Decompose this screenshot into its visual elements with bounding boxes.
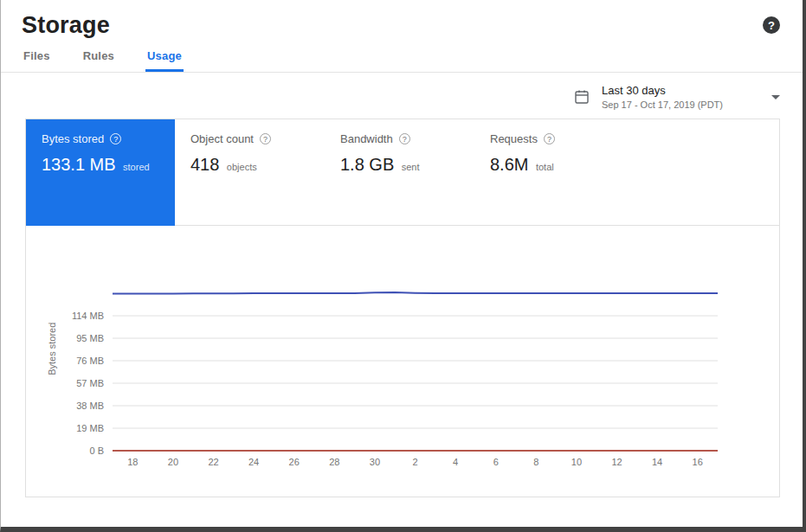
metric-unit: objects <box>227 162 257 172</box>
metric-card-object-count[interactable]: Object count ? 418 objects <box>175 119 325 225</box>
metric-value-row: 418 objects <box>190 155 309 175</box>
svg-text:16: 16 <box>693 457 703 467</box>
date-range-value: Last 30 days <box>602 84 723 97</box>
tab-rules[interactable]: Rules <box>81 49 116 72</box>
svg-text:76 MB: 76 MB <box>76 356 104 366</box>
help-icon[interactable]: ? <box>763 16 780 34</box>
svg-text:0 B: 0 B <box>89 445 104 456</box>
chevron-down-icon <box>771 95 780 99</box>
tab-bar: Files Rules Usage <box>1 49 803 73</box>
svg-text:24: 24 <box>248 457 259 467</box>
svg-text:12: 12 <box>611 457 622 467</box>
metric-card-bandwidth[interactable]: Bandwidth ? 1.8 GB sent <box>325 119 474 225</box>
svg-text:14: 14 <box>652 457 662 467</box>
metric-unit: sent <box>402 162 420 172</box>
metric-unit: total <box>536 162 554 172</box>
date-range-detail: Sep 17 - Oct 17, 2019 (PDT) <box>602 99 723 110</box>
svg-text:26: 26 <box>289 457 300 467</box>
help-circle-icon: ? <box>110 133 121 144</box>
tab-files[interactable]: Files <box>22 49 52 72</box>
metric-label-row: Bandwidth ? <box>340 132 459 145</box>
svg-text:95 MB: 95 MB <box>76 333 104 343</box>
usage-panel: Bytes stored ? 133.1 MB stored Object co… <box>25 119 780 497</box>
metric-value: 8.6M <box>490 155 528 174</box>
svg-text:20: 20 <box>168 457 178 467</box>
svg-text:38 MB: 38 MB <box>76 401 104 411</box>
usage-chart: 114 MB95 MB76 MB57 MB38 MB19 MB0 B182022… <box>26 233 783 477</box>
svg-text:6: 6 <box>493 457 499 467</box>
metric-card-requests[interactable]: Requests ? 8.6M total <box>474 119 624 225</box>
storage-page: Storage ? Files Rules Usage Last 30 days… <box>0 0 806 532</box>
metric-label: Bytes stored <box>42 132 104 145</box>
svg-text:28: 28 <box>329 457 339 467</box>
metric-label: Requests <box>490 132 538 145</box>
page-title: Storage <box>22 12 110 39</box>
calendar-icon <box>574 89 590 105</box>
svg-text:57 MB: 57 MB <box>76 378 104 388</box>
help-circle-icon: ? <box>544 133 555 144</box>
metric-value-row: 8.6M total <box>490 155 609 175</box>
svg-text:4: 4 <box>453 457 458 467</box>
svg-text:8: 8 <box>533 457 538 467</box>
metric-label-row: Object count ? <box>190 132 309 145</box>
metric-value: 418 <box>190 155 219 174</box>
svg-text:18: 18 <box>127 457 138 467</box>
metric-card-bytes-stored[interactable]: Bytes stored ? 133.1 MB stored <box>26 119 175 225</box>
svg-text:10: 10 <box>571 457 582 467</box>
tab-usage[interactable]: Usage <box>145 49 184 72</box>
svg-text:22: 22 <box>208 457 218 467</box>
metric-cards: Bytes stored ? 133.1 MB stored Object co… <box>26 119 779 226</box>
metric-value: 1.8 GB <box>340 155 394 174</box>
metric-value-row: 1.8 GB sent <box>340 155 459 175</box>
date-range-picker[interactable]: Last 30 days Sep 17 - Oct 17, 2019 (PDT) <box>574 84 780 110</box>
svg-text:19 MB: 19 MB <box>76 423 104 433</box>
help-circle-icon: ? <box>260 133 271 144</box>
svg-text:2: 2 <box>412 457 417 467</box>
metric-value: 133.1 MB <box>42 155 116 174</box>
metric-label: Object count <box>190 132 254 145</box>
metric-label-row: Requests ? <box>490 132 609 145</box>
date-range-text: Last 30 days Sep 17 - Oct 17, 2019 (PDT) <box>602 84 723 110</box>
metric-value-row: 133.1 MB stored <box>42 155 159 175</box>
page-header: Storage ? <box>1 0 803 39</box>
svg-text:114 MB: 114 MB <box>72 311 104 321</box>
chart-area: 114 MB95 MB76 MB57 MB38 MB19 MB0 B182022… <box>26 226 779 480</box>
metric-unit: stored <box>123 162 150 172</box>
help-circle-icon: ? <box>399 133 410 144</box>
svg-text:Bytes stored: Bytes stored <box>47 323 57 375</box>
metric-label-row: Bytes stored ? <box>42 132 159 145</box>
date-range-row: Last 30 days Sep 17 - Oct 17, 2019 (PDT) <box>1 73 803 115</box>
metric-label: Bandwidth <box>340 132 393 145</box>
svg-text:30: 30 <box>370 457 380 467</box>
